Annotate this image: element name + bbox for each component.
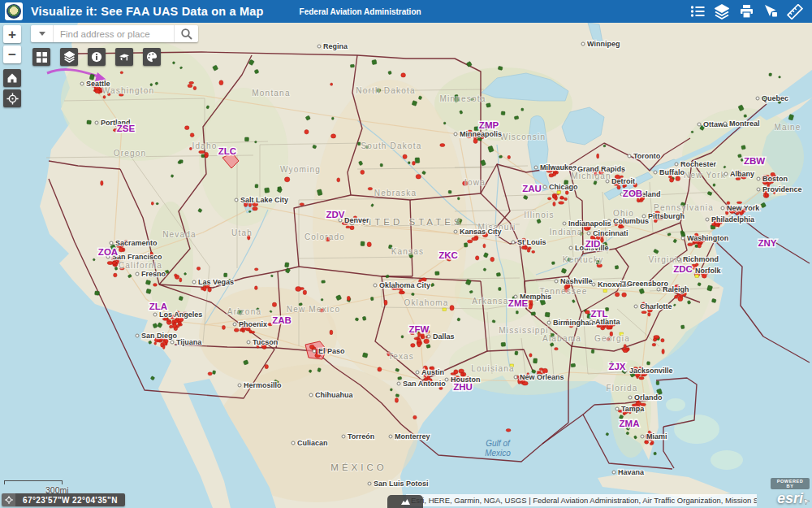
svg-text:California: California [119,261,162,270]
coordinate-widget: 67°23'57"W 22°04'35"N [2,493,125,506]
measure-button[interactable] [783,0,807,23]
svg-text:Arizona: Arizona [227,307,261,316]
search-source-dropdown[interactable] [31,25,54,42]
svg-text:ZAB: ZAB [272,315,292,325]
svg-text:Georgia: Georgia [594,334,630,343]
svg-text:Texas: Texas [388,352,414,361]
svg-text:ZNY: ZNY [758,238,777,248]
svg-text:Monterrey: Monterrey [395,432,430,441]
svg-text:Toronto: Toronto [633,152,661,160]
svg-text:ZMA: ZMA [620,419,640,428]
cursor-icon [804,499,810,506]
svg-text:Birmingham: Birmingham [553,319,596,327]
svg-text:Quebec: Quebec [762,94,788,102]
svg-text:MÉXICO: MÉXICO [330,462,387,472]
svg-text:Maine: Maine [774,123,801,132]
svg-text:Indiana: Indiana [549,228,582,237]
svg-text:North Dakota: North Dakota [356,86,415,95]
locate-icon [6,93,19,105]
search-button[interactable] [174,25,198,42]
basemap: Gulf ofMexicoUNITED STATESMÉXICOWashingt… [0,23,812,508]
layer-list-button[interactable] [60,48,78,66]
widget-toolbar [32,48,161,66]
esri-logo[interactable]: POWERED BY esri [771,476,810,506]
svg-text:ZKC: ZKC [438,250,458,260]
svg-text:Phoenix: Phoenix [239,320,267,328]
svg-text:Hermosillo: Hermosillo [244,381,282,389]
edit-button[interactable] [115,48,133,66]
info-icon [91,51,102,63]
svg-text:ZAU: ZAU [522,184,542,193]
zoom-out-button[interactable]: − [3,46,21,63]
legend-button[interactable] [685,0,710,23]
attribution-toggle[interactable] [387,495,423,508]
svg-text:Utah: Utah [231,228,253,237]
svg-text:San Antonio: San Antonio [403,380,446,388]
svg-text:New Orleans: New Orleans [520,373,564,381]
print-icon [739,4,754,19]
svg-text:Raleigh: Raleigh [663,285,689,293]
svg-text:Havana: Havana [618,468,645,476]
edit-tool-icon [119,52,130,63]
svg-text:Pennsylvania: Pennsylvania [654,203,714,212]
search-bar [31,25,198,42]
svg-text:Miami: Miami [646,432,667,441]
svg-text:Kansas City: Kansas City [460,228,502,236]
svg-text:Milwaukee: Milwaukee [540,163,577,172]
svg-text:Washington: Washington [687,234,728,242]
bahama-bank [710,450,743,470]
app-header: Visualize it: See FAA UAS Data on a Map … [0,0,812,23]
svg-text:Norfolk: Norfolk [695,267,721,275]
locate-button[interactable] [3,89,21,107]
svg-text:Los Angeles: Los Angeles [159,310,202,319]
home-button[interactable] [3,69,21,87]
zoom-in-button[interactable]: + [3,25,21,43]
svg-text:Mexico: Mexico [485,449,511,458]
svg-text:Minnesota: Minnesota [440,94,486,103]
chevron-down-icon [39,32,45,36]
svg-text:Oklahoma: Oklahoma [404,298,448,307]
svg-text:Tucson: Tucson [253,338,278,346]
svg-text:Las Vegas: Las Vegas [198,278,234,286]
svg-text:Fresno: Fresno [141,270,166,278]
svg-text:Jacksonville: Jacksonville [629,367,673,375]
svg-text:Austin: Austin [421,368,444,376]
legend-icon [690,4,706,19]
svg-text:Atlanta: Atlanta [595,318,620,326]
scale-bar [4,480,63,484]
print-button[interactable] [734,0,758,23]
info-button[interactable] [88,48,106,66]
svg-text:Albany: Albany [730,170,754,178]
svg-text:Idaho: Idaho [192,141,217,150]
crosshair-icon [5,496,13,504]
app-title: Visualize it: See FAA UAS Data on a Map [31,5,264,18]
map-canvas[interactable]: Gulf ofMexicoUNITED STATESMÉXICOWashingt… [0,23,812,508]
svg-text:Culiacan: Culiacan [297,439,328,447]
layers-button[interactable] [710,0,734,23]
svg-text:ZDV: ZDV [326,210,345,219]
svg-text:St Louis: St Louis [517,238,546,246]
svg-text:Alabama: Alabama [542,334,581,343]
search-input[interactable] [54,25,174,42]
header-toolbar [685,0,812,23]
coordinate-capture-button[interactable] [2,493,15,506]
svg-text:Knoxville: Knoxville [598,280,630,289]
draw-palette-button[interactable] [143,48,161,66]
svg-text:ZOB: ZOB [623,189,642,198]
palette-icon [146,51,158,63]
layer-list-icon [63,51,76,63]
svg-text:Richmond: Richmond [683,255,719,263]
svg-text:Nashville: Nashville [560,277,593,285]
draw-button[interactable] [758,0,783,23]
bahama-bank [666,398,685,411]
svg-text:Dallas: Dallas [433,332,455,341]
svg-text:Torreón: Torreón [348,432,374,441]
svg-text:ZLC: ZLC [218,146,236,156]
svg-text:ZSE: ZSE [117,124,136,133]
svg-text:Louisiana: Louisiana [471,364,515,373]
coordinate-readout: 67°23'57"W 22°04'35"N [15,493,125,506]
svg-text:Buffalo: Buffalo [659,168,685,176]
basemap-gallery-button[interactable] [32,48,50,66]
svg-text:Salt Lake City: Salt Lake City [240,196,288,204]
svg-text:ZTL: ZTL [590,309,607,319]
